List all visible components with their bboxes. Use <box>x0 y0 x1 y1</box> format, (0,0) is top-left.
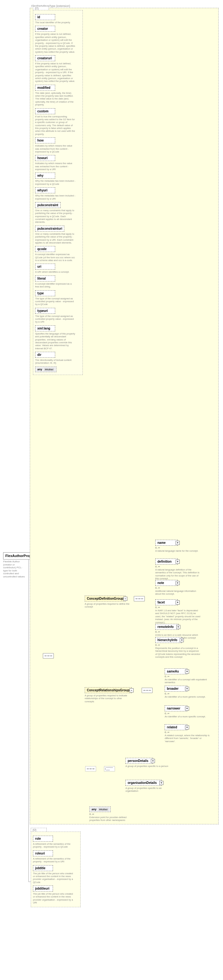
svg-point-32 <box>45 655 46 657</box>
element-organisationDetails: organisationDetails+A group of propertie… <box>126 780 171 793</box>
attribute-id: idThe local identifier of the property. <box>35 14 81 24</box>
expand-icon[interactable]: + <box>185 706 189 710</box>
element-related: related+0..∞A related concept, where the… <box>165 724 210 743</box>
attribute-pubconstrainturi: pubconstrainturiOne or many constraints … <box>35 226 81 245</box>
sequence-compositor-choice-outer <box>85 766 97 772</box>
choice-compositor <box>104 766 115 772</box>
any-element: any ##other 0..∞ Extension point for pro… <box>89 807 135 822</box>
element-facet: facet+0..∞In NAR 1.8 and later 'facet' i… <box>155 599 201 624</box>
svg-point-42 <box>90 768 91 770</box>
attribute-uri: uriA URI which identifies a concept. <box>35 264 81 273</box>
attribute-creatoruri: creatoruriIf the property value is not d… <box>35 55 81 83</box>
element-definition: definition+0..∞A natural language defini… <box>155 558 201 580</box>
expand-icon[interactable]: + <box>159 781 163 785</box>
concept-relationships-group: ConceptRelationshipsGroup − A group of p… <box>85 687 132 703</box>
expand-icon[interactable]: + <box>176 581 180 585</box>
attribute-how: howIndicates by which means the value wa… <box>35 137 81 153</box>
svg-point-41 <box>88 768 88 770</box>
element-narrower: narrower+0..∞An identifier of a more spe… <box>165 705 206 718</box>
svg-point-34 <box>51 655 52 657</box>
element-hierarchyInfo: hierarchyInfo+0..∞Represents the positio… <box>155 637 201 659</box>
attribute-why: whyWhy the metadata has been included - … <box>35 173 81 185</box>
attribute-jobtitleuri: jobtitleuriThe job title of the person w… <box>33 886 78 904</box>
svg-point-33 <box>48 655 49 657</box>
attribute-jobtitle: jobtitleThe job title of the person who … <box>33 865 78 884</box>
attribute-pubconstraint: pubconstraintOne or many constraints tha… <box>35 202 81 224</box>
expand-icon[interactable]: + <box>176 560 180 563</box>
element-broader: broader+0..∞An identifier of a more gene… <box>165 686 206 698</box>
attribute-howuri: howuriIndicates by which means the value… <box>35 155 81 171</box>
svg-point-43 <box>93 768 94 770</box>
svg-point-35 <box>136 598 137 599</box>
expand-icon[interactable]: + <box>185 687 189 690</box>
attribute-whyuri: whyuriWhy the metadata has been included… <box>35 187 81 200</box>
sequence-compositor-crg <box>141 687 153 694</box>
expand-icon[interactable]: + <box>180 638 184 642</box>
element-sameAs: sameAs+0..∞An identifier of a concept wi… <box>165 668 210 684</box>
sequence-compositor-cdg <box>133 596 145 602</box>
attribute-dir: dirThe directionality of textual content… <box>35 352 81 364</box>
root-desc: Flexible Author (creator or contributor)… <box>3 560 27 578</box>
attribute-qcode: qcodeA concept identifier expressed as Q… <box>35 246 81 262</box>
svg-point-38 <box>144 690 145 691</box>
element-name: name+0..∞A natural language name for the… <box>155 540 198 552</box>
expand-icon[interactable]: + <box>185 669 189 673</box>
any-attribute: any ##other <box>35 366 56 372</box>
expand-icon[interactable]: + <box>176 541 180 545</box>
svg-point-37 <box>142 598 143 599</box>
svg-point-40 <box>150 690 151 691</box>
svg-point-36 <box>139 598 140 599</box>
attribute-custom: customIf set to true the corresponding p… <box>35 108 81 136</box>
attribute-role: roleA refinement of the semantics of the… <box>33 836 78 848</box>
sequence-compositor-main <box>42 653 54 659</box>
expand-icon[interactable]: + <box>176 625 180 629</box>
attribute-type: typeThe type of the concept assigned as … <box>35 290 81 306</box>
attribute-xmllang: xml:langSpecifies the language of this p… <box>35 325 81 350</box>
concept-definition-group: ConceptDefinitionGroup − A group of prop… <box>85 596 130 608</box>
attribute-literal: literalA concept identifier expressed as… <box>35 275 81 288</box>
attribute-modified: modifiedThe date (and, optionally, the t… <box>35 85 81 107</box>
expand-icon[interactable]: + <box>151 759 155 763</box>
expand-icon[interactable]: + <box>176 600 180 605</box>
element-personDetails: personDetails+A group of properties spec… <box>126 758 168 768</box>
expand-icon[interactable]: − <box>123 597 127 601</box>
expand-icon[interactable]: + <box>185 725 189 729</box>
attribute-typeuri: typeuriThe type of the concept assigned … <box>35 308 81 323</box>
element-note: note+0..∞Additional natural language inf… <box>155 580 201 596</box>
attribute-creator: creatorIf the property value is not defi… <box>35 26 81 53</box>
attribute-roleuri: roleuriA refinement of the semantics of … <box>33 850 78 863</box>
svg-point-39 <box>147 690 148 691</box>
expand-icon[interactable]: − <box>129 688 134 692</box>
